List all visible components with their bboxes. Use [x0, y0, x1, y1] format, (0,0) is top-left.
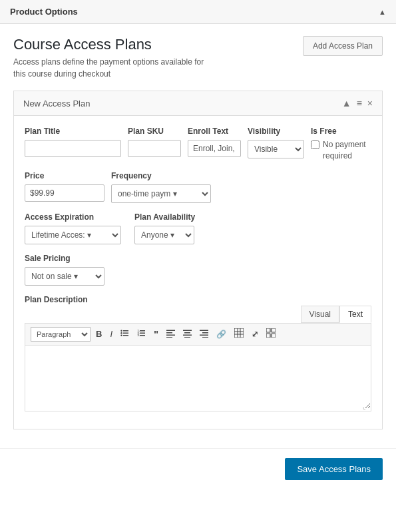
link-button[interactable]: 🔗: [214, 328, 229, 340]
svg-rect-22: [200, 334, 208, 336]
svg-rect-23: [202, 337, 208, 338]
new-access-plan-label: New Access Plan: [23, 99, 90, 109]
bold-button[interactable]: B: [93, 328, 104, 340]
tab-text[interactable]: Text: [339, 306, 371, 323]
svg-rect-12: [166, 330, 175, 331]
svg-rect-20: [200, 330, 208, 331]
price-input[interactable]: [25, 184, 104, 202]
align-right-button[interactable]: [197, 328, 211, 341]
svg-rect-24: [234, 328, 244, 338]
svg-rect-18: [183, 334, 192, 336]
svg-rect-19: [184, 337, 190, 338]
plan-desc-label: Plan Description: [25, 295, 371, 304]
editor-tabs: Visual Text: [25, 306, 371, 323]
save-access-plans-button[interactable]: Save Access Plans: [285, 458, 383, 480]
plan-desc-row: Plan Description Visual Text Paragraph H…: [25, 295, 371, 411]
price-label: Price: [25, 171, 104, 180]
svg-rect-16: [183, 330, 192, 331]
sale-select[interactable]: Not on sale ▾ On sale: [25, 267, 104, 286]
plan-title-input[interactable]: [25, 140, 121, 157]
is-free-checkbox[interactable]: [311, 140, 319, 149]
sale-pricing-row: Sale Pricing Not on sale ▾ On sale: [25, 254, 371, 286]
plan-title-label: Plan Title: [25, 127, 121, 136]
visibility-select[interactable]: Visible Hidden: [248, 140, 304, 158]
course-access-title: Course Access Plans: [13, 36, 213, 53]
svg-rect-0: [123, 330, 128, 332]
is-free-content: No payment required: [311, 139, 371, 162]
svg-rect-13: [166, 332, 172, 334]
paragraph-select[interactable]: Paragraph Heading 1 Heading 2: [31, 327, 91, 342]
svg-rect-17: [184, 332, 190, 334]
plan-sku-label: Plan SKU: [128, 127, 181, 136]
lifetime-select[interactable]: Lifetime Acces: ▾ Limited: [25, 226, 121, 244]
price-group: Price: [25, 171, 104, 203]
svg-rect-2: [123, 335, 128, 336]
plan-menu-icon[interactable]: ≡: [357, 98, 362, 109]
visibility-label: Visibility: [248, 127, 304, 136]
expand-button[interactable]: ⤢: [249, 328, 261, 340]
plan-close-icon[interactable]: ×: [367, 98, 373, 109]
plan-availability-label: Plan Availability: [134, 212, 195, 222]
editor-content-area: ⌞: [25, 346, 371, 411]
plan-sku-input[interactable]: [128, 140, 181, 157]
course-access-info: Course Access Plans Access plans define …: [13, 36, 213, 80]
resize-handle: ⌞: [363, 403, 369, 409]
header-icons: ▲ ≡ ×: [342, 98, 373, 109]
plan-title-group: Plan Title: [25, 127, 121, 157]
access-expiration-group: Access Expiration Lifetime Acces: ▾ Limi…: [25, 212, 121, 244]
frequency-select[interactable]: one-time paym ▾ recurring: [111, 184, 211, 203]
frequency-group: Frequency one-time paym ▾ recurring: [111, 171, 211, 203]
grid-button[interactable]: [264, 327, 278, 341]
collapse-icon[interactable]: ▲: [379, 8, 386, 16]
access-expir-row: Access Expiration Lifetime Acces: ▾ Limi…: [25, 212, 371, 244]
plan-availability-group: Plan Availability Anyone ▾ Members Guest…: [134, 212, 195, 244]
plan-sku-group: Plan SKU: [128, 127, 181, 157]
access-plan-box-header: New Access Plan ▲ ≡ ×: [14, 91, 382, 116]
svg-rect-6: [140, 330, 145, 332]
price-freq-row: Price Frequency one-time paym ▾ recurrin…: [25, 171, 371, 203]
enroll-text-input[interactable]: [188, 140, 241, 157]
footer-row: Save Access Plans: [0, 448, 396, 489]
is-free-label: Is Free: [311, 127, 371, 136]
access-plan-box: New Access Plan ▲ ≡ × Plan Title Plan SK…: [13, 91, 383, 429]
ol-button[interactable]: 1.2.3.: [134, 328, 148, 341]
is-free-group: Is Free No payment required: [311, 127, 371, 162]
plan-description-textarea[interactable]: [25, 346, 371, 409]
sale-pricing-group: Sale Pricing Not on sale ▾ On sale: [25, 254, 371, 286]
table-button[interactable]: [232, 327, 246, 341]
frequency-label: Frequency: [111, 171, 211, 180]
course-access-header: Course Access Plans Access plans define …: [13, 36, 383, 80]
svg-rect-29: [266, 328, 270, 332]
plan-fields-row1: Plan Title Plan SKU Enroll Text Visibili…: [25, 127, 371, 162]
align-left-button[interactable]: [164, 328, 178, 341]
svg-rect-21: [202, 332, 208, 334]
is-free-text: No payment required: [323, 139, 371, 162]
editor-toolbar: Paragraph Heading 1 Heading 2 B I 1.2.3.…: [25, 323, 371, 346]
enroll-text-group: Enroll Text: [188, 127, 241, 157]
svg-rect-14: [166, 334, 175, 336]
ul-button[interactable]: [118, 328, 132, 341]
access-plan-body: Plan Title Plan SKU Enroll Text Visibili…: [14, 116, 382, 429]
svg-point-3: [120, 330, 122, 331]
visibility-group: Visibility Visible Hidden: [248, 127, 304, 158]
enroll-text-label: Enroll Text: [188, 127, 241, 136]
svg-point-4: [120, 332, 122, 334]
svg-text:3.: 3.: [138, 334, 140, 337]
plan-availability-select[interactable]: Anyone ▾ Members Guests: [134, 226, 194, 244]
italic-button[interactable]: I: [107, 328, 115, 340]
add-access-plan-button[interactable]: Add Access Plan: [303, 36, 383, 56]
product-options-header: Product Options ▲: [0, 0, 396, 24]
quote-button[interactable]: ": [151, 327, 161, 341]
plan-up-icon[interactable]: ▲: [342, 98, 351, 109]
access-expiration-label: Access Expiration: [25, 212, 121, 222]
align-center-button[interactable]: [180, 328, 194, 341]
svg-rect-30: [272, 328, 276, 332]
svg-rect-1: [123, 332, 128, 334]
svg-rect-7: [140, 332, 145, 334]
sale-pricing-label: Sale Pricing: [25, 254, 371, 263]
svg-rect-32: [272, 334, 276, 338]
tab-visual[interactable]: Visual: [301, 306, 339, 323]
svg-point-5: [120, 334, 122, 336]
main-content: Course Access Plans Access plans define …: [0, 24, 396, 441]
svg-rect-8: [140, 335, 145, 336]
